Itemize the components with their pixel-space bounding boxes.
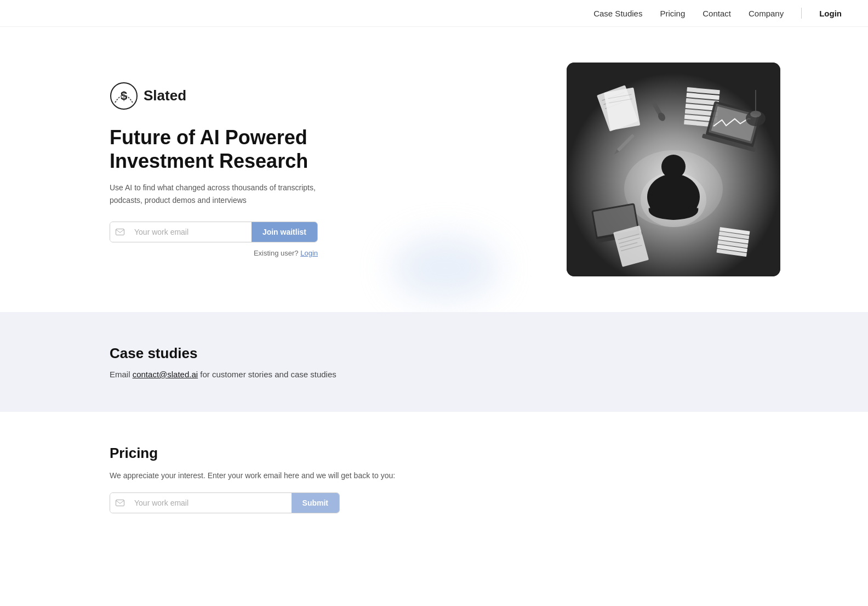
svg-point-49: [750, 111, 761, 117]
nav-divider: [801, 8, 802, 19]
nav-login[interactable]: Login: [819, 9, 842, 18]
pricing-title: Pricing: [110, 445, 758, 462]
pricing-section: Pricing We appreciate your interest. Ent…: [0, 412, 868, 557]
hero-subtitle: Use AI to find what changed across thous…: [110, 182, 318, 206]
nav-links: Case Studies Pricing Contact Company Log…: [593, 8, 842, 19]
case-studies-email-link[interactable]: contact@slated.ai: [133, 370, 198, 379]
hero-right: [567, 63, 780, 276]
pricing-email-input[interactable]: [130, 493, 292, 513]
pricing-subtitle: We appreciate your interest. Enter your …: [110, 469, 758, 482]
case-studies-title: Case studies: [110, 345, 758, 362]
hero-email-input[interactable]: [130, 222, 252, 242]
svg-rect-2: [116, 229, 124, 235]
existing-user-text: Existing user? Login: [110, 249, 318, 257]
svg-point-29: [661, 155, 686, 179]
logo-area: $ Slated: [110, 82, 318, 110]
email-icon: [110, 222, 130, 242]
hero-decoration-blob: [391, 235, 500, 301]
meditation-illustration: [567, 63, 780, 276]
nav-case-studies[interactable]: Case Studies: [593, 9, 642, 18]
hero-image: [567, 63, 780, 276]
join-waitlist-button[interactable]: Join waitlist: [252, 222, 317, 242]
nav-company[interactable]: Company: [749, 9, 784, 18]
navbar: Case Studies Pricing Contact Company Log…: [0, 0, 868, 27]
hero-section: $ Slated Future of AI Powered Investment…: [0, 27, 868, 312]
slated-logo-icon: $: [110, 82, 138, 110]
case-studies-description: Email contact@slated.ai for customer sto…: [110, 370, 758, 379]
case-studies-section: Case studies Email contact@slated.ai for…: [0, 312, 868, 412]
pricing-submit-button[interactable]: Submit: [292, 493, 339, 513]
hero-left: $ Slated Future of AI Powered Investment…: [110, 82, 318, 257]
nav-contact[interactable]: Contact: [703, 9, 731, 18]
hero-title: Future of AI Powered Investment Research: [110, 126, 318, 173]
hero-email-form: Join waitlist: [110, 222, 318, 242]
pricing-email-form: Submit: [110, 492, 340, 513]
existing-user-login-link[interactable]: Login: [300, 249, 318, 257]
nav-pricing[interactable]: Pricing: [660, 9, 685, 18]
logo-text: Slated: [144, 87, 186, 104]
svg-rect-50: [116, 500, 124, 506]
pricing-email-icon: [110, 493, 130, 513]
